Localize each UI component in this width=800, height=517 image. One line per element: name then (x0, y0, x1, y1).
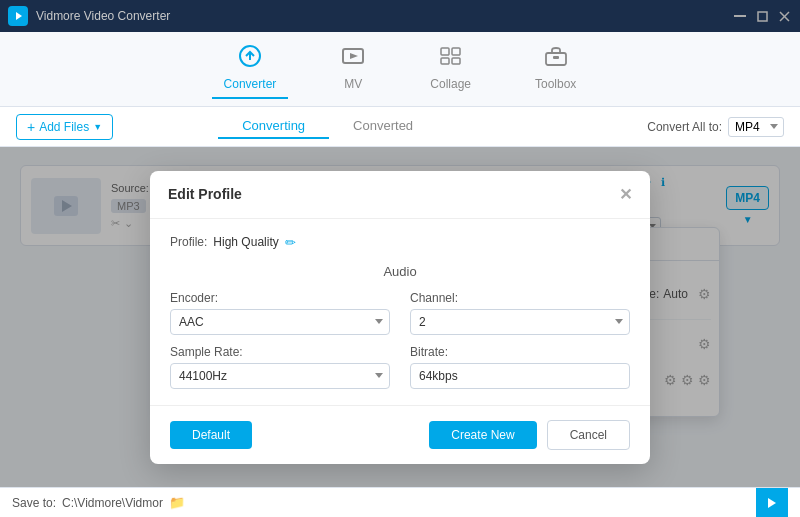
encoder-group: Encoder: AAC MP3 (170, 291, 390, 335)
convert-all-section: Convert All to: MP4 MKV AVI MOV (647, 117, 784, 137)
svg-marker-25 (768, 498, 776, 508)
bitrate-group: Bitrate: (410, 345, 630, 389)
convert-button[interactable] (756, 488, 788, 518)
sample-rate-group: Sample Rate: 44100Hz 22050Hz 48000Hz (170, 345, 390, 389)
save-to-label: Save to: (12, 496, 56, 510)
dialog-section-title: Audio (170, 264, 630, 279)
channel-select-dialog[interactable]: 2 1 (410, 309, 630, 335)
bottom-bar: Save to: C:\Vidmore\Vidmor 📁 (0, 487, 800, 517)
svg-rect-10 (441, 48, 449, 55)
tab-mv[interactable]: MV (328, 39, 378, 99)
collage-tab-label: Collage (430, 77, 471, 91)
tab-converted[interactable]: Converted (329, 114, 437, 139)
svg-rect-3 (758, 12, 767, 21)
minimize-btn[interactable] (732, 8, 748, 24)
channel-label: Channel: (410, 291, 630, 305)
toolbox-icon (543, 45, 569, 73)
edit-profile-dialog: Edit Profile ✕ Profile: High Quality ✏ A… (150, 171, 650, 464)
toolbar-tabs: Converting Converted (218, 114, 437, 139)
app-title: Vidmore Video Converter (36, 9, 732, 23)
mv-icon (340, 45, 366, 73)
converter-icon (237, 45, 263, 73)
encoder-label: Encoder: (170, 291, 390, 305)
sample-rate-label: Sample Rate: (170, 345, 390, 359)
browse-icon[interactable]: 📁 (169, 495, 185, 510)
tab-collage[interactable]: Collage (418, 39, 483, 99)
dialog-title: Edit Profile (168, 186, 242, 202)
tab-toolbox[interactable]: Toolbox (523, 39, 588, 99)
sample-rate-select[interactable]: 44100Hz 22050Hz 48000Hz (170, 363, 390, 389)
tab-converter[interactable]: Converter (212, 39, 289, 99)
profile-label: Profile: (170, 235, 207, 249)
main-area: Source: Nanganga...net).mp3 ℹ MP3 | 00:0… (0, 147, 800, 487)
tab-converting[interactable]: Converting (218, 114, 329, 139)
maximize-btn[interactable] (754, 8, 770, 24)
profile-edit-icon[interactable]: ✏ (285, 235, 296, 250)
add-files-button[interactable]: + Add Files ▼ (16, 114, 113, 140)
default-button[interactable]: Default (170, 421, 252, 449)
svg-marker-9 (350, 53, 358, 59)
convert-all-label: Convert All to: (647, 120, 722, 134)
save-path: C:\Vidmore\Vidmor (62, 496, 163, 510)
title-bar: Vidmore Video Converter (0, 0, 800, 32)
dialog-form: Encoder: AAC MP3 Channel: 2 1 (170, 291, 630, 389)
svg-rect-12 (441, 58, 449, 64)
encoder-select[interactable]: AAC MP3 (170, 309, 390, 335)
mv-tab-label: MV (344, 77, 362, 91)
close-btn[interactable] (776, 8, 792, 24)
toolbox-tab-label: Toolbox (535, 77, 576, 91)
profile-value: High Quality (213, 235, 278, 249)
svg-rect-11 (452, 48, 460, 55)
dialog-close-button[interactable]: ✕ (619, 185, 632, 204)
convert-all-format-select[interactable]: MP4 MKV AVI MOV (728, 117, 784, 137)
dialog-header: Edit Profile ✕ (150, 171, 650, 219)
add-icon: + (27, 119, 35, 135)
window-controls (732, 8, 792, 24)
dialog-overlay: Edit Profile ✕ Profile: High Quality ✏ A… (0, 147, 800, 487)
add-files-dropdown-icon: ▼ (93, 122, 102, 132)
dialog-footer: Default Create New Cancel (150, 405, 650, 464)
dialog-profile-row: Profile: High Quality ✏ (170, 235, 630, 250)
svg-rect-13 (452, 58, 460, 64)
create-new-button[interactable]: Create New (429, 421, 536, 449)
bitrate-label-dialog: Bitrate: (410, 345, 630, 359)
dialog-body: Profile: High Quality ✏ Audio Encoder: A… (150, 219, 650, 405)
converter-tab-label: Converter (224, 77, 277, 91)
cancel-button[interactable]: Cancel (547, 420, 630, 450)
nav-tabs: Converter MV Collage Toolbox (0, 32, 800, 107)
svg-rect-15 (553, 56, 559, 59)
svg-rect-2 (734, 15, 746, 17)
channel-group: Channel: 2 1 (410, 291, 630, 335)
toolbar: + Add Files ▼ Converting Converted Conve… (0, 107, 800, 147)
add-files-label: Add Files (39, 120, 89, 134)
collage-icon (438, 45, 464, 73)
app-logo (8, 6, 28, 26)
bitrate-input[interactable] (410, 363, 630, 389)
